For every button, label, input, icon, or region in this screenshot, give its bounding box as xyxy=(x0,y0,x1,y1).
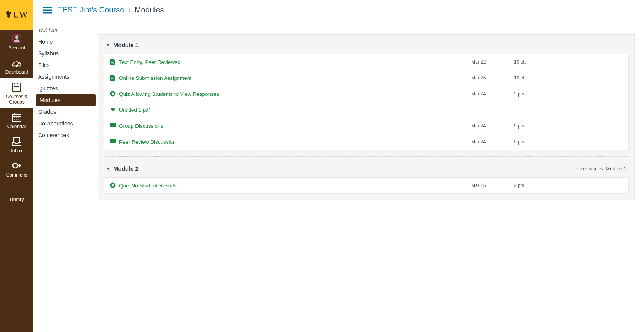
breadcrumb-separator: › xyxy=(128,5,131,14)
item-points: 0 pts xyxy=(514,139,623,145)
item-points: 2 pts xyxy=(514,91,623,97)
nav-item-library[interactable]: Library xyxy=(0,181,33,205)
course-nav-assignments[interactable]: Assignments xyxy=(33,71,98,83)
breadcrumb-course[interactable]: TEST Jim's Course xyxy=(58,5,124,14)
module-item[interactable]: AText Entry, Peer ReviewedMar 2210 pts xyxy=(104,54,628,70)
account-icon xyxy=(12,34,22,44)
svg-rect-4 xyxy=(13,83,21,92)
item-title[interactable]: Text Entry, Peer Reviewed xyxy=(119,59,181,65)
assignment-icon: A xyxy=(110,59,116,65)
collapse-icon: ▼ xyxy=(106,43,110,47)
nav-label: Commons xyxy=(6,172,28,178)
course-nav-quizzes[interactable]: Quizzes xyxy=(33,83,98,94)
dashboard-icon xyxy=(12,58,22,68)
module-item[interactable]: AOnline Submission AssignmentMar 2510 pt… xyxy=(104,70,628,86)
module-title: Module 2 xyxy=(113,165,139,172)
nav-item-inbox[interactable]: Inbox xyxy=(0,132,33,157)
discussion-icon xyxy=(110,123,116,129)
nav-item-calendar[interactable]: Calendar xyxy=(0,108,33,132)
module-item[interactable]: Group DiscussionsMar 245 pts xyxy=(104,118,628,134)
item-title[interactable]: Quiz No Student Results xyxy=(119,183,177,189)
course-nav-home[interactable]: Home xyxy=(33,36,98,48)
modules-container: ▼Module 1AText Entry, Peer ReviewedMar 2… xyxy=(98,34,635,200)
svg-point-20 xyxy=(112,184,114,187)
item-due: Mar 25 xyxy=(471,75,514,81)
svg-rect-17 xyxy=(110,123,116,127)
svg-text:A: A xyxy=(112,77,114,80)
logo[interactable]: UW xyxy=(0,0,33,30)
term-label: Test Term xyxy=(33,27,98,36)
course-nav-syllabus[interactable]: Syllabus xyxy=(33,48,98,59)
course-nav-grades[interactable]: Grades xyxy=(33,106,98,118)
course-nav-conferences[interactable]: Conferences xyxy=(33,129,98,141)
svg-point-16 xyxy=(112,93,114,95)
nav-label: Account xyxy=(8,45,25,51)
item-title[interactable]: Peer Review Discussion xyxy=(119,139,176,145)
content-area: ▼Module 1AText Entry, Peer ReviewedMar 2… xyxy=(98,20,644,332)
module-items: AText Entry, Peer ReviewedMar 2210 ptsAO… xyxy=(104,54,629,150)
course-nav: Test Term HomeSyllabusFilesAssignmentsQu… xyxy=(33,20,98,332)
module-item[interactable]: Quiz Allowing Students to View Responses… xyxy=(104,86,628,102)
item-due: Mar 25 xyxy=(471,183,514,188)
course-nav-files[interactable]: Files xyxy=(33,59,98,71)
item-points: 10 pts xyxy=(514,59,623,65)
module-item[interactable]: Untitled 1.pdf xyxy=(104,102,628,118)
item-points: 2 pts xyxy=(514,183,623,188)
svg-point-1 xyxy=(15,35,19,39)
item-title[interactable]: Group Discussions xyxy=(119,123,163,129)
module-header[interactable]: ▼Module 2Prerequisites: Module 1 xyxy=(98,158,634,177)
calendar-icon xyxy=(12,112,22,122)
nav-label: Calendar xyxy=(7,124,26,129)
module-prereq: Prerequisites: Module 1 xyxy=(573,166,626,171)
svg-point-12 xyxy=(13,163,18,168)
discussion-icon xyxy=(110,139,116,145)
svg-rect-18 xyxy=(110,139,116,143)
quiz-icon xyxy=(110,182,116,189)
nav-item-account[interactable]: Account xyxy=(0,30,33,54)
inbox-icon xyxy=(12,136,22,147)
hamburger-icon[interactable] xyxy=(43,7,52,14)
svg-text:A: A xyxy=(112,61,114,64)
item-title[interactable]: Online Submission Assignment xyxy=(119,75,191,81)
module-divider xyxy=(104,156,629,157)
topbar: TEST Jim's Course › Modules xyxy=(33,0,644,20)
item-due: Mar 24 xyxy=(471,139,514,145)
module-item[interactable]: Quiz No Student ResultsMar 252 pts xyxy=(104,178,628,193)
nav-item-courses[interactable]: Courses & Groups xyxy=(0,78,33,108)
item-due: Mar 24 xyxy=(471,123,514,129)
course-nav-modules[interactable]: Modules xyxy=(36,94,96,106)
global-nav: UW AccountDashboardCourses & GroupsCalen… xyxy=(0,0,33,332)
collapse-icon: ▼ xyxy=(106,166,110,171)
nav-label: Courses & Groups xyxy=(6,94,28,105)
item-points: 5 pts xyxy=(514,123,623,129)
module-title: Module 1 xyxy=(113,42,139,48)
nav-item-dashboard[interactable]: Dashboard xyxy=(0,54,33,78)
quiz-icon xyxy=(110,91,116,97)
breadcrumb: TEST Jim's Course › Modules xyxy=(58,5,164,14)
module-item[interactable]: Peer Review DiscussionMar 240 pts xyxy=(104,134,628,150)
breadcrumb-page: Modules xyxy=(135,5,164,14)
courses-icon xyxy=(12,82,22,92)
nav-label: Inbox xyxy=(11,148,22,154)
nav-label: Dashboard xyxy=(5,69,28,75)
svg-point-3 xyxy=(16,65,18,67)
commons-icon xyxy=(12,161,22,171)
module-items: Quiz No Student ResultsMar 252 pts xyxy=(104,177,629,194)
item-points: 10 pts xyxy=(514,75,623,81)
bucking-horse-icon xyxy=(6,11,12,19)
item-due: Mar 22 xyxy=(471,59,514,65)
logo-text: UW xyxy=(13,10,28,20)
item-due: Mar 24 xyxy=(471,91,514,97)
course-nav-collaborations[interactable]: Collaborations xyxy=(33,118,98,129)
library-icon xyxy=(12,185,22,195)
item-title[interactable]: Quiz Allowing Students to View Responses xyxy=(119,91,219,97)
item-title[interactable]: Untitled 1.pdf xyxy=(119,107,150,113)
nav-item-commons[interactable]: Commons xyxy=(0,157,33,181)
module: ▼Module 1AText Entry, Peer ReviewedMar 2… xyxy=(98,35,634,150)
file-icon xyxy=(110,107,116,113)
assignment-icon: A xyxy=(110,75,116,81)
module: ▼Module 2Prerequisites: Module 1Quiz No … xyxy=(98,158,634,194)
module-header[interactable]: ▼Module 1 xyxy=(98,35,634,54)
nav-label: Library xyxy=(10,197,24,202)
